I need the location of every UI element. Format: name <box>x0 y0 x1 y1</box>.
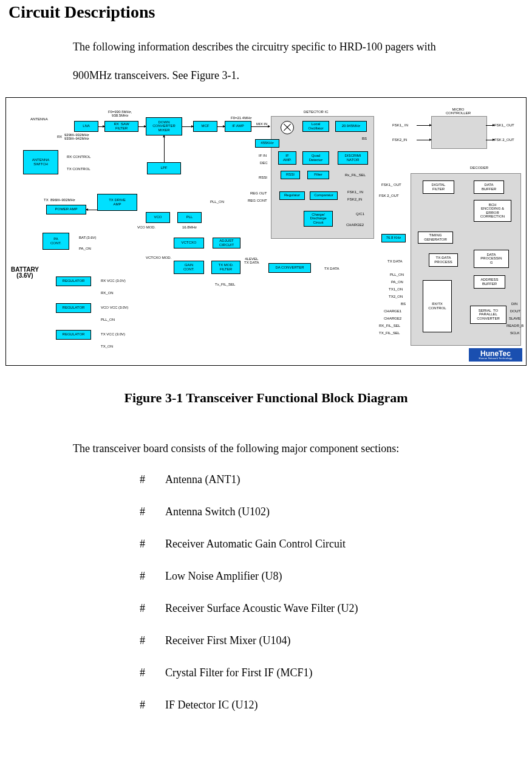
list-item: #Receiver First Mixer (U104) <box>140 634 532 647</box>
rx-control-label: RX CONTROL <box>67 155 90 159</box>
hash-bullet: # <box>140 570 165 583</box>
hunetec-sub: Human Network Technology <box>479 357 513 360</box>
antenna-switch-block: ANTENNA SWITCH <box>23 150 58 174</box>
dec-pa-on: PA_ON <box>391 280 403 284</box>
arrow <box>486 125 494 126</box>
f455-block: 455KHz <box>255 139 279 148</box>
pll-on-label-2: PLL_ON <box>101 318 115 321</box>
arrow <box>98 126 104 127</box>
saw-block: RX SAW FILTER <box>104 121 138 132</box>
if-amp-block: IF AMP. <box>278 151 296 165</box>
qc1-label: Q/C1 <box>356 212 364 216</box>
vctcxo-mod-label: VCTCXO MOD. <box>146 256 171 259</box>
freq-20945-block: 20.945MHz <box>335 121 367 132</box>
list-item-text: Antenna Switch (U102) <box>165 506 270 518</box>
digital-filter-block: DIGITAL FILTER <box>423 180 454 194</box>
rssi-sig-label: RSSI <box>259 176 267 179</box>
din-label: DIN <box>511 302 517 306</box>
list-item: #Antenna (ANT1) <box>140 473 532 486</box>
hash-bullet: # <box>140 538 165 550</box>
reg-out-label: REG OUT <box>250 191 267 195</box>
mc-fsk1-out: FSK1_ OUT <box>494 123 514 127</box>
pa-on-label: PA_ON <box>79 247 91 250</box>
pll-on-label: PLL_ON <box>210 200 224 204</box>
regulator-1: REGULATOR <box>56 276 91 286</box>
arrow <box>417 140 431 140</box>
hash-bullet: # <box>140 699 165 712</box>
micro-controller-box <box>431 116 487 149</box>
tx-drive-amp-block: TX DRIVE AMP <box>97 194 137 211</box>
dec-bs: BS <box>401 302 406 306</box>
vco-block: VCO <box>146 212 170 223</box>
tx-prefix: TX <box>44 198 49 202</box>
dec-tx-fil-sel: TX_FIL_SEL <box>379 331 400 335</box>
dec-label: DEC <box>260 161 268 165</box>
tx-range: 896M~902MHz <box>50 198 75 202</box>
vco-vcc-label: VCO VCC (3.0V) <box>101 306 128 309</box>
lna-block: LNA <box>74 121 98 132</box>
quad-detector-block: Quad Detector <box>302 151 329 165</box>
tx-on-label: TX_ON <box>101 345 113 348</box>
list-item: #IF Detector IC (U12) <box>140 699 532 712</box>
bs-label: BS <box>362 137 367 140</box>
intro-line-1: The following information describes the … <box>73 41 436 53</box>
four-level-label: 4LEVEL TX DATA <box>244 257 259 265</box>
power-amp-block: POWER AMP <box>46 205 86 214</box>
fo1-label: F0=930.5MHz, 938.5MHz <box>108 110 132 118</box>
list-item-text: Receiver Surface Acoustic Wave Filter (U… <box>165 602 358 615</box>
dec-pll-on: PLL_ON <box>390 273 404 276</box>
page-title: Circuit Descriptions <box>9 2 532 22</box>
vctcxo-block: VCTCXO <box>174 238 204 249</box>
rx-on-label: RX_ON <box>101 291 114 295</box>
figure-caption: Figure 3-1 Transceiver Functional Block … <box>0 390 532 406</box>
list-item-text: Receiver First Mixer (U104) <box>165 634 290 647</box>
list-item-text: Low Noise Amplifier (U8) <box>165 570 282 583</box>
list-item: #Antenna Switch (U102) <box>140 506 532 518</box>
mix-in-label: MIX IN <box>256 122 267 126</box>
hunetec-text: HuneTec <box>480 350 511 357</box>
mc-fsk2-out: FSK 2_OUT <box>494 138 514 142</box>
list-item: #Crystal Filter for First IF (MCF1) <box>140 667 532 679</box>
hash-bullet: # <box>140 473 165 486</box>
block-diagram: ANTENNA BATTARY (3.6V) F0=930.5MHz, 938.… <box>5 97 527 366</box>
rxtx-control-block: RX/TX CONTROL <box>423 280 452 332</box>
arrow <box>417 125 431 126</box>
ser-par-block: SERIAL TO PARALLEL CONVERTER <box>470 306 506 324</box>
regulator-2: REGULATOR <box>56 303 91 313</box>
hash-bullet: # <box>140 602 165 615</box>
rx-range: 929M~932MHz 935M~942MHz <box>64 133 89 141</box>
hash-bullet: # <box>140 506 165 518</box>
arrow <box>486 140 494 140</box>
decoder-label: DECODER <box>470 166 488 170</box>
antenna-label: ANTENNA <box>30 117 48 121</box>
mc-fsk2-in: FSK2_IN <box>392 138 407 142</box>
tx-data-label-a: TX DATA <box>324 267 339 270</box>
list-item-text: Antenna (ANT1) <box>165 473 240 486</box>
hash-bullet: # <box>140 634 165 647</box>
pa-cont-block: PA CONT. <box>43 233 69 250</box>
adjust-circuit-block: ADJUST CIRCUIT <box>213 238 240 249</box>
battery-label: BATTARY (3.6V) <box>11 267 39 280</box>
slave-label: SLAVE <box>509 317 520 320</box>
arrow <box>251 126 270 127</box>
txdata-proc-block: TX-DATA PROCESS <box>429 253 458 267</box>
reg-cont-label: REG CONT <box>248 199 267 202</box>
dec-tx1-on: TX1_ON <box>389 287 403 291</box>
lpf-block: LPF <box>147 162 181 174</box>
micro-controller-label: MICRO CONTROLLER <box>446 108 471 115</box>
data-buffer-block: DATA BUFFER <box>474 180 504 194</box>
list-item: #Receiver Surface Acoustic Wave Filter (… <box>140 602 532 615</box>
dec-tx-data: TX DATA <box>387 259 402 263</box>
intro-line-2: 900MHz transceivers. See Figure 3-1. <box>73 69 239 81</box>
fo2-label: F0=21.4MHz <box>231 116 252 120</box>
rx-prefix: RX <box>57 135 62 139</box>
bat-label: BAT.(3.6V) <box>79 236 97 239</box>
component-list: #Antenna (ANT1) #Antenna Switch (U102) #… <box>140 473 532 712</box>
comparator-block: Comparator <box>310 191 338 200</box>
regulator-3: REGULATOR <box>56 330 91 340</box>
data-proc-block: DATA PROCESSIN G <box>474 250 509 268</box>
list-item-text: Receiver Automatic Gain Control Circuit <box>165 538 346 550</box>
arrow <box>86 210 97 210</box>
component-list-intro: The transceiver board consists of the fo… <box>73 442 532 455</box>
hash-bullet: # <box>140 667 165 679</box>
